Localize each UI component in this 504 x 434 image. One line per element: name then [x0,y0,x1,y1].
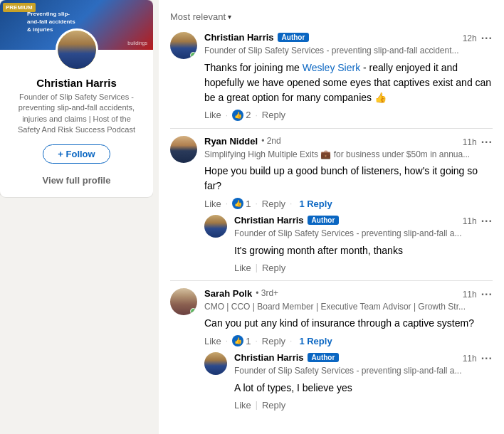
sort-label-text: Most relevant [170,11,226,22]
comment-body: Sarah Polk • 3rd+ 11h ··· CMO | CCO | Bo… [204,288,493,347]
more-options-icon[interactable]: ··· [481,32,493,45]
comment-actions: Like · 👍 2 · Reply [204,110,493,121]
profile-card: PREMIUM Preventing slip- and-fall accide… [0,0,153,197]
comment-main: Christian Harris Author 11h ··· Founder … [204,352,493,411]
comment-text: A lot of types, I believe yes [234,381,493,396]
comment-name-row: Christian Harris Author [234,352,339,363]
sort-dropdown[interactable]: Most relevant ▾ [170,11,231,22]
comment-actions: Like · 👍 1 · Reply · 1 Reply [204,198,493,209]
sidebar-divider [153,0,159,434]
comment-header: Ryan Niddel • 2nd 11h ··· [204,136,493,149]
view-profile-link[interactable]: View full profile [11,175,142,186]
commenter-name: Christian Harris [234,352,304,363]
comment-header: Christian Harris Author 11h ··· [234,215,493,228]
avatar [170,288,197,315]
separator: · [255,199,257,208]
comment-name-row: Christian Harris Author [204,32,309,43]
comment-actions: Like · 👍 1 · Reply · 1 Reply [204,335,493,346]
like-button[interactable]: Like [204,110,221,120]
comment-item: Christian Harris Author 12h ··· Founder … [170,32,493,121]
chevron-down-icon: ▾ [228,13,231,21]
comment-time: 11h [463,354,477,364]
commenter-name: Christian Harris [234,215,304,226]
reply-button[interactable]: Reply [262,336,285,346]
comment-body: Ryan Niddel • 2nd 11h ··· Simplifying Hi… [204,136,493,210]
reply-button[interactable]: Reply [262,199,285,209]
comment-time: 11h [463,290,477,300]
comment-item: Sarah Polk • 3rd+ 11h ··· CMO | CCO | Bo… [170,288,493,411]
comment-actions: Like | Reply [234,400,493,411]
like-button[interactable]: Like [204,336,221,346]
comment-meta-right: 11h ··· [463,215,493,228]
sort-row: Most relevant ▾ [170,11,493,22]
avatar [204,215,227,238]
separator: | [256,400,258,410]
commenter-headline: Founder of Slip Safety Services - preven… [204,46,493,57]
like-count: 1 [246,336,251,346]
mention-link[interactable]: Wesley Sierk [303,62,360,73]
comment-separator [170,128,493,129]
online-indicator [190,308,196,314]
separator: · [255,336,257,346]
reply-button[interactable]: Reply [262,400,285,411]
comments-area: Most relevant ▾ Christian Harris Author … [159,0,504,434]
sidebar-avatar [56,28,98,71]
comment-actions: Like | Reply [234,263,493,273]
author-badge: Author [308,216,340,225]
more-options-icon[interactable]: ··· [481,288,493,301]
like-count-row: 👍 1 [232,335,251,346]
like-count-row: 👍 2 [232,110,251,121]
like-count-row: 👍 1 [232,198,251,209]
sidebar-info: Christian Harris Founder of Slip Safety … [0,71,153,197]
follow-button[interactable]: + Follow [43,144,110,164]
avatar [170,136,197,163]
comment-item: Ryan Niddel • 2nd 11h ··· Simplifying Hi… [170,136,493,273]
separator: · [226,336,228,346]
comment-main: Sarah Polk • 3rd+ 11h ··· CMO | CCO | Bo… [170,288,493,347]
comment-name-row: Sarah Polk • 3rd+ [204,288,278,299]
like-count: 2 [246,110,251,120]
nested-reply: Christian Harris Author 11h ··· Founder … [204,352,493,411]
comment-body: Christian Harris Author 11h ··· Founder … [234,352,493,411]
reply-button[interactable]: Reply [262,263,285,273]
comment-name-row: Ryan Niddel • 2nd [204,136,281,147]
separator: | [256,263,258,272]
like-reaction-icon: 👍 [232,110,243,121]
separator: · [290,336,292,346]
comment-text: Thanks for joining me Wesley Sierk - rea… [204,60,493,105]
comment-body: Christian Harris Author 12h ··· Founder … [204,32,493,121]
comment-name-row: Christian Harris Author [234,215,339,226]
more-options-icon[interactable]: ··· [481,215,493,228]
more-options-icon[interactable]: ··· [481,136,493,149]
degree-badge: • 2nd [261,136,281,146]
comment-header: Christian Harris Author 12h ··· [204,32,493,45]
comment-time: 11h [463,216,477,226]
comment-main: Christian Harris Author 11h ··· Founder … [204,215,493,273]
comment-meta-right: 11h ··· [463,136,493,149]
comment-time: 12h [463,33,477,43]
more-options-icon[interactable]: ··· [481,352,493,365]
reply-count-link[interactable]: 1 Reply [299,199,332,209]
like-count: 1 [246,199,251,209]
comment-meta-right: 12h ··· [463,32,493,45]
comment-header: Sarah Polk • 3rd+ 11h ··· [204,288,493,301]
like-button[interactable]: Like [204,199,221,209]
comment-body: Christian Harris Author 11h ··· Founder … [234,215,493,273]
like-button[interactable]: Like [234,263,251,273]
like-button[interactable]: Like [234,400,251,411]
nested-reply: Christian Harris Author 11h ··· Founder … [204,215,493,273]
reply-count-link[interactable]: 1 Reply [299,336,332,346]
commenter-headline: Founder of Slip Safety Services - preven… [234,228,493,240]
sidebar-name: Christian Harris [11,77,142,89]
separator: · [255,110,257,120]
commenter-name: Sarah Polk [204,288,252,299]
like-reaction-icon: 👍 [232,198,243,209]
commenter-headline: Simplifying High Multiple Exits 💼 for bu… [204,149,493,161]
comment-main: Ryan Niddel • 2nd 11h ··· Simplifying Hi… [170,136,493,210]
comment-header: Christian Harris Author 11h ··· [234,352,493,365]
author-badge: Author [308,353,340,362]
online-indicator [190,52,196,58]
reply-button[interactable]: Reply [262,110,285,120]
avatar [170,32,197,59]
separator: · [226,199,228,208]
